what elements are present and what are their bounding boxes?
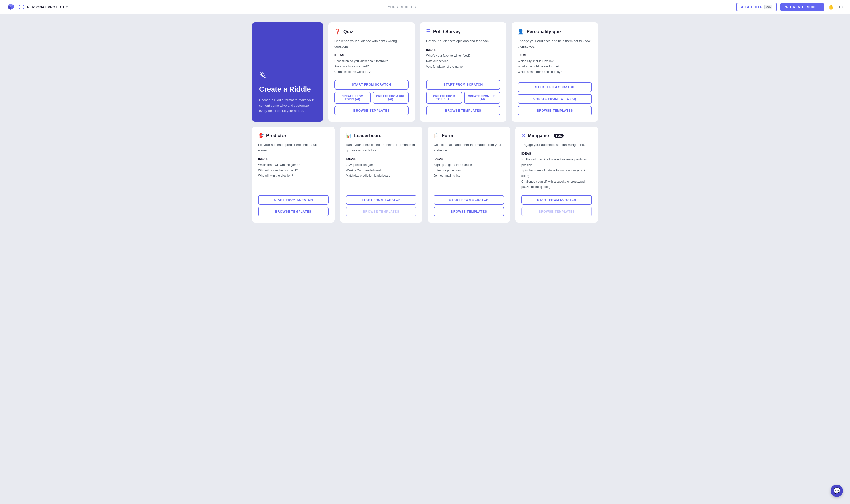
- minigame-icon: ✕: [521, 133, 525, 138]
- poll-create-topic-button[interactable]: CREATE FROM TOPIC (AI): [426, 92, 462, 104]
- quiz-card-header: ❓ Quiz: [334, 29, 409, 35]
- leaderboard-description: Rank your users based on their performan…: [346, 142, 416, 153]
- predictor-title: Predictor: [266, 133, 286, 138]
- header-right: ◆ GET HELP ⌘K ✎ CREATE RIDDLE 🔔 ⚙: [736, 3, 844, 11]
- project-icon: ⋮⋮: [17, 4, 25, 10]
- chat-bubble-icon: 💬: [833, 487, 840, 494]
- quiz-icon: ❓: [334, 29, 341, 35]
- predictor-ideas: Which team will win the game? Who will s…: [258, 162, 329, 190]
- personality-actions: START FROM SCRATCH CREATE FROM TOPIC (AI…: [518, 83, 592, 115]
- main-content: ✎ Create a Riddle Choose a Riddle format…: [242, 14, 608, 231]
- gear-icon[interactable]: ⚙: [838, 3, 844, 11]
- poll-browse-templates-button[interactable]: BROWSE TEMPLATES: [426, 106, 500, 115]
- form-title: Form: [442, 133, 453, 138]
- form-start-scratch-button[interactable]: START FROM SCRATCH: [434, 195, 504, 205]
- poll-card-header: ☰ Poll / Survey: [426, 29, 500, 35]
- beta-badge: Beta: [554, 133, 564, 138]
- minigame-start-scratch-button[interactable]: START FROM SCRATCH: [521, 195, 592, 205]
- predictor-card-header: 🎯 Predictor: [258, 133, 329, 138]
- get-help-button[interactable]: ◆ GET HELP ⌘K: [736, 3, 777, 11]
- form-card-header: 📋 Form: [434, 133, 504, 138]
- poll-card: ☰ Poll / Survey Get your audience's opin…: [420, 22, 506, 122]
- predictor-icon: 🎯: [258, 133, 264, 138]
- minigame-card-header: ✕ Minigame Beta: [521, 133, 592, 138]
- quiz-create-url-button[interactable]: CREATE FROM URL (AI): [372, 92, 409, 104]
- edit-icon: ✎: [785, 5, 788, 9]
- personality-title: Personality quiz: [526, 29, 562, 34]
- poll-ideas: What's your favorite winter food? Rate o…: [426, 53, 500, 75]
- personality-start-scratch-button[interactable]: START FROM SCRATCH: [518, 83, 592, 92]
- personality-card: 👤 Personality quiz Engage your audience …: [511, 22, 598, 122]
- quiz-browse-templates-button[interactable]: BROWSE TEMPLATES: [334, 106, 409, 115]
- predictor-card: 🎯 Predictor Let your audience predict th…: [252, 127, 335, 222]
- minigame-browse-templates-button[interactable]: BROWSE TEMPLATES: [521, 207, 592, 216]
- hero-card: ✎ Create a Riddle Choose a Riddle format…: [252, 22, 323, 122]
- leaderboard-icon: 📊: [346, 133, 351, 138]
- get-help-kbd: ⌘K: [764, 5, 773, 9]
- poll-start-scratch-button[interactable]: START FROM SCRATCH: [426, 80, 500, 90]
- minigame-card: ✕ Minigame Beta Engage your audience wit…: [515, 127, 598, 222]
- create-riddle-label: CREATE RIDDLE: [790, 5, 819, 9]
- quiz-description: Challenge your audience with right / wro…: [334, 39, 409, 49]
- header-left: ⋮⋮ PERSONAL PROJECT ▾: [6, 2, 68, 12]
- form-ideas-label: IDEAS: [434, 157, 504, 161]
- personality-ideas: Which city should I live in? What's the …: [518, 58, 592, 77]
- predictor-browse-templates-button[interactable]: BROWSE TEMPLATES: [258, 207, 329, 216]
- predictor-ideas-label: IDEAS: [258, 157, 329, 161]
- form-actions: START FROM SCRATCH BROWSE TEMPLATES: [434, 195, 504, 216]
- bottom-grid: 🎯 Predictor Let your audience predict th…: [252, 127, 598, 222]
- quiz-ideas-label: IDEAS: [334, 53, 409, 57]
- quiz-create-topic-button[interactable]: CREATE FROM TOPIC (AI): [334, 92, 370, 104]
- poll-ai-row: CREATE FROM TOPIC (AI) CREATE FROM URL (…: [426, 92, 500, 104]
- project-selector[interactable]: ⋮⋮ PERSONAL PROJECT ▾: [17, 4, 68, 10]
- hero-title: Create a Riddle: [259, 85, 316, 94]
- personality-browse-templates-button[interactable]: BROWSE TEMPLATES: [518, 106, 592, 115]
- poll-description: Get your audience's opinions and feedbac…: [426, 39, 500, 44]
- poll-actions: START FROM SCRATCH CREATE FROM TOPIC (AI…: [426, 80, 500, 115]
- personality-ideas-label: IDEAS: [518, 53, 592, 57]
- logo-icon: [6, 2, 15, 12]
- poll-create-url-button[interactable]: CREATE FROM URL (AI): [464, 92, 500, 104]
- get-help-label: GET HELP: [745, 5, 762, 9]
- poll-ideas-label: IDEAS: [426, 48, 500, 52]
- predictor-start-scratch-button[interactable]: START FROM SCRATCH: [258, 195, 329, 205]
- chat-bubble-button[interactable]: 💬: [831, 485, 843, 497]
- diamond-icon: ◆: [741, 5, 743, 9]
- minigame-ideas: Hit the slot machine to collect as many …: [521, 157, 592, 190]
- quiz-ai-row: CREATE FROM TOPIC (AI) CREATE FROM URL (…: [334, 92, 409, 104]
- leaderboard-card-header: 📊 Leaderboard: [346, 133, 416, 138]
- minigame-description: Engage your audience with fun minigames.: [521, 142, 592, 148]
- leaderboard-start-scratch-button[interactable]: START FROM SCRATCH: [346, 195, 416, 205]
- form-description: Collect emails and other information fro…: [434, 142, 504, 153]
- create-riddle-button[interactable]: ✎ CREATE RIDDLE: [780, 3, 824, 11]
- page-title: YOUR RIDDLES: [388, 5, 416, 9]
- top-grid: ✎ Create a Riddle Choose a Riddle format…: [252, 22, 598, 122]
- minigame-actions: START FROM SCRATCH BROWSE TEMPLATES: [521, 195, 592, 216]
- quiz-ideas: How much do you know about football? Are…: [334, 58, 409, 75]
- personality-icon: 👤: [518, 29, 524, 35]
- leaderboard-ideas-label: IDEAS: [346, 157, 416, 161]
- minigame-title: Minigame: [528, 133, 549, 138]
- leaderboard-title: Leaderboard: [354, 133, 382, 138]
- bell-icon[interactable]: 🔔: [827, 3, 835, 11]
- quiz-actions: START FROM SCRATCH CREATE FROM TOPIC (AI…: [334, 80, 409, 115]
- form-browse-templates-button[interactable]: BROWSE TEMPLATES: [434, 207, 504, 216]
- poll-title: Poll / Survey: [433, 29, 461, 34]
- quiz-title: Quiz: [343, 29, 353, 34]
- poll-icon: ☰: [426, 29, 431, 35]
- minigame-ideas-label: IDEAS: [521, 152, 592, 155]
- predictor-actions: START FROM SCRATCH BROWSE TEMPLATES: [258, 195, 329, 216]
- leaderboard-actions: START FROM SCRATCH BROWSE TEMPLATES: [346, 195, 416, 216]
- hero-description: Choose a Riddle format to make your cont…: [259, 98, 316, 113]
- hero-edit-icon: ✎: [259, 70, 316, 81]
- quiz-start-scratch-button[interactable]: START FROM SCRATCH: [334, 80, 409, 90]
- leaderboard-browse-templates-button[interactable]: BROWSE TEMPLATES: [346, 207, 416, 216]
- project-label: PERSONAL PROJECT: [27, 5, 65, 9]
- chevron-down-icon: ▾: [66, 5, 68, 9]
- leaderboard-ideas: 2024 prediction game Weekly Quiz Leaderb…: [346, 162, 416, 190]
- form-ideas: Sign up to get a free sample Enter our p…: [434, 162, 504, 190]
- personality-create-topic-button[interactable]: CREATE FROM TOPIC (AI): [518, 94, 592, 104]
- form-card: 📋 Form Collect emails and other informat…: [428, 127, 510, 222]
- form-icon: 📋: [434, 133, 439, 138]
- leaderboard-card: 📊 Leaderboard Rank your users based on t…: [340, 127, 422, 222]
